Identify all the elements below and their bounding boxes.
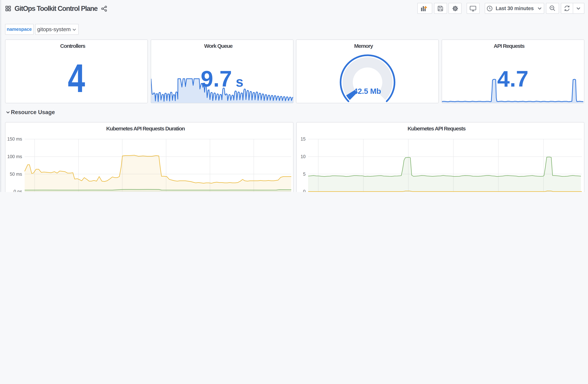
svg-text:0 ns: 0 ns (14, 189, 22, 192)
svg-text:150 ms: 150 ms (7, 136, 22, 141)
svg-text:15: 15 (300, 136, 306, 141)
svg-text:5: 5 (303, 171, 306, 177)
svg-text:0: 0 (303, 189, 306, 192)
svg-text:10: 10 (300, 154, 306, 159)
svg-text:50 ms: 50 ms (10, 171, 22, 177)
svg-text:100 ms: 100 ms (7, 154, 22, 159)
